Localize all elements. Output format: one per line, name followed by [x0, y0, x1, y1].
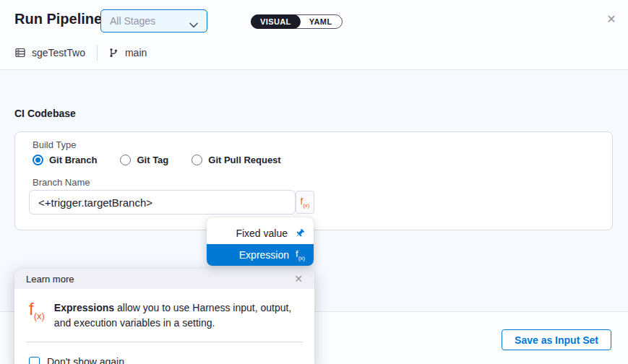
checkbox-label: Don't show again	[47, 356, 124, 364]
popover-close-icon[interactable]: ✕	[293, 273, 304, 285]
stage-select-dropdown[interactable]: All Stages	[100, 9, 207, 32]
pin-icon	[294, 228, 305, 239]
divider	[97, 45, 98, 61]
fx-icon: f(x)	[296, 249, 305, 261]
repository-name: sgeTestTwo	[32, 47, 85, 58]
menu-item-fixed-value[interactable]: Fixed value	[207, 222, 314, 244]
radio-unselected-icon	[192, 155, 202, 165]
radio-git-branch[interactable]: Git Branch	[33, 155, 97, 165]
ci-codebase-card: Build Type Git Branch Git Tag Git Pull R…	[14, 131, 613, 230]
radio-label: Git Tag	[137, 155, 168, 165]
tab-visual[interactable]: VISUAL	[251, 14, 301, 29]
dont-show-again-row[interactable]: Don't show again	[29, 356, 314, 364]
radio-selected-icon	[33, 155, 43, 165]
learn-more-popover: Learn more ✕ f(x) Expressions allow you …	[14, 269, 314, 364]
branch-name-input[interactable]	[29, 190, 296, 214]
radio-git-tag[interactable]: Git Tag	[120, 155, 168, 165]
close-icon[interactable]: ✕	[603, 10, 620, 27]
input-type-menu: Fixed value Expression f(x)	[207, 217, 314, 266]
popover-header: Learn more ✕	[14, 269, 314, 289]
codebase-summary: sgeTestTwo main	[14, 45, 147, 61]
input-type-selector-button[interactable]: f(x)	[296, 191, 314, 214]
branch-name: main	[125, 47, 147, 58]
divider	[26, 342, 303, 342]
dont-show-again-checkbox[interactable]	[29, 357, 40, 364]
run-pipeline-dialog: Run Pipeline All Stages VISUAL YAML ✕	[0, 0, 628, 364]
chevron-down-icon	[189, 18, 198, 24]
build-type-label: Build Type	[33, 139, 76, 150]
fx-icon: f(x)	[29, 300, 45, 321]
repository-icon	[14, 47, 26, 58]
save-as-input-set-button[interactable]: Save as Input Set	[502, 329, 611, 350]
menu-item-expression[interactable]: Expression f(x)	[207, 244, 314, 266]
ci-codebase-heading: CI Codebase	[14, 108, 76, 119]
branch-name-label: Branch Name	[33, 177, 90, 188]
popover-title: Learn more	[26, 274, 74, 285]
page-title: Run Pipeline	[14, 11, 102, 27]
radio-label: Git Branch	[49, 155, 97, 165]
radio-git-pull-request[interactable]: Git Pull Request	[192, 155, 280, 165]
popover-description: Expressions allow you to use Harness inp…	[54, 300, 300, 331]
radio-unselected-icon	[120, 155, 131, 165]
menu-item-label: Fixed value	[236, 228, 288, 239]
git-branch-icon	[108, 47, 119, 58]
menu-item-label: Expression	[239, 249, 289, 261]
build-type-radio-group: Git Branch Git Tag Git Pull Request	[33, 155, 281, 165]
stage-select-value: All Stages	[110, 15, 155, 27]
radio-label: Git Pull Request	[208, 155, 280, 165]
popover-body: f(x) Expressions allow you to use Harnes…	[14, 289, 314, 331]
tab-yaml[interactable]: YAML	[300, 15, 342, 28]
visual-yaml-toggle: VISUAL YAML	[251, 14, 343, 29]
dialog-header: Run Pipeline All Stages VISUAL YAML ✕	[0, 0, 628, 70]
fx-icon: f(x)	[301, 196, 310, 209]
